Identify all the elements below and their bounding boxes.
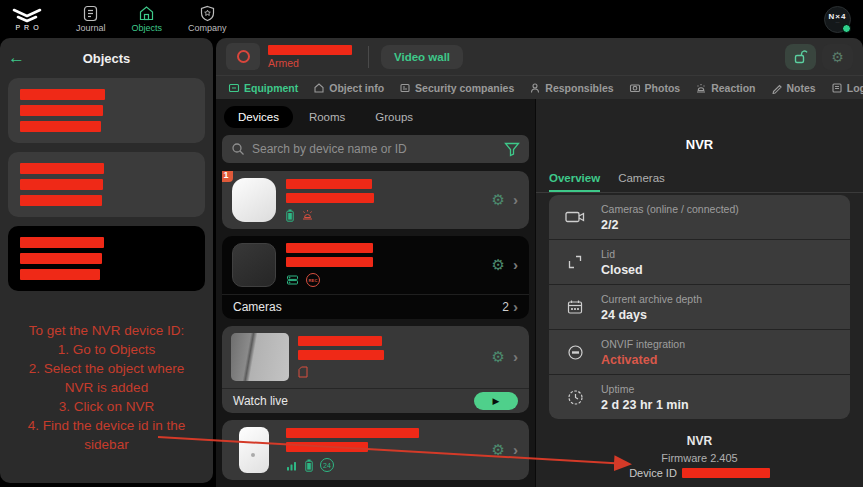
- sensor-settings-icon[interactable]: ⚙: [492, 441, 505, 459]
- sensor-row: 24 ⚙ ›: [222, 420, 529, 480]
- nav-journal[interactable]: Journal: [76, 5, 106, 33]
- ajax-pro-logo: PRO: [4, 8, 50, 31]
- top-bar: PRO Journal Objects: [0, 0, 863, 38]
- filter-icon[interactable]: [504, 142, 520, 157]
- clock-icon: [564, 389, 586, 406]
- device-card-camera[interactable]: ⚙ › Watch live ▶: [222, 326, 529, 413]
- unlock-button[interactable]: [785, 44, 816, 70]
- device-card-motion-sensor[interactable]: 24 ⚙ ›: [222, 420, 529, 480]
- journal-icon: [82, 5, 99, 22]
- tab-object-info-label: Object info: [329, 82, 384, 94]
- nvr-footer-name: NVR: [536, 434, 863, 448]
- battery-icon: [286, 209, 294, 222]
- chevron-right-icon[interactable]: ›: [513, 260, 518, 270]
- camera-row: ⚙ ›: [222, 326, 529, 388]
- watch-live-row[interactable]: Watch live ▶: [222, 388, 529, 413]
- tab-log-label: Log: [847, 82, 863, 94]
- redacted-sensor-room: [286, 442, 368, 452]
- nav-objects-label: Objects: [132, 23, 163, 33]
- cameras-row-label: Cameras: [233, 300, 502, 314]
- photos-icon: [629, 82, 641, 94]
- security-companies-icon: [399, 82, 411, 94]
- responsibles-icon: [529, 82, 541, 94]
- search-input[interactable]: [252, 142, 504, 156]
- subtab-devices[interactable]: Devices: [224, 106, 293, 128]
- online-status-dot: [842, 24, 851, 33]
- device-list-column: Devices Rooms Groups 1: [216, 99, 535, 487]
- object-list-item-selected[interactable]: [8, 226, 205, 291]
- equipment-tabbar: Equipment Object info Security companies…: [216, 75, 863, 99]
- redacted-object-id: [20, 89, 105, 100]
- play-button[interactable]: ▶: [474, 392, 518, 410]
- nvr-firmware: Firmware 2.405: [536, 452, 863, 464]
- device-card-nvr[interactable]: REC ⚙ › Cameras 2 ›: [222, 236, 529, 319]
- hub-settings-icon[interactable]: ⚙: [492, 191, 505, 209]
- redacted-camera-room: [298, 350, 384, 360]
- tab-reaction[interactable]: Reaction: [695, 82, 755, 94]
- device-cards: 1 ⚙: [222, 171, 529, 487]
- subtab-rooms[interactable]: Rooms: [295, 106, 359, 128]
- tab-notes-label: Notes: [787, 82, 816, 94]
- sidebar-title: Objects: [34, 51, 179, 66]
- object-name-block: Armed: [268, 45, 352, 69]
- device-card-hub[interactable]: 1 ⚙: [222, 171, 529, 229]
- annotation-line: 1. Go to Objects: [8, 340, 205, 359]
- main-panel: Armed Video wall ⚙: [216, 38, 863, 487]
- nvr-settings-icon[interactable]: ⚙: [492, 256, 505, 274]
- nvr-detail-panel: NVR Overview Cameras Cameras (online / c…: [535, 99, 863, 487]
- nvr-status-icons: REC: [286, 273, 492, 287]
- nav-objects[interactable]: Objects: [132, 5, 163, 33]
- object-list-item[interactable]: [8, 152, 205, 217]
- tab-notes[interactable]: Notes: [771, 82, 816, 94]
- objects-icon: [138, 5, 155, 22]
- gear-icon: ⚙: [831, 49, 844, 65]
- header-divider: [368, 46, 369, 68]
- back-arrow-icon[interactable]: ←: [8, 48, 34, 68]
- hub-image: [231, 178, 277, 222]
- row-label: Uptime: [601, 383, 689, 395]
- device-subtabs: Devices Rooms Groups: [224, 106, 529, 128]
- redacted-camera-name: [298, 336, 382, 346]
- annotation-line: NVR is added: [8, 378, 205, 397]
- avatar-subtext: ····: [836, 21, 840, 25]
- search-icon: [231, 142, 245, 156]
- nvr-tab-overview[interactable]: Overview: [549, 172, 600, 192]
- tab-security-companies-label: Security companies: [415, 82, 514, 94]
- nvr-row: REC ⚙ ›: [222, 236, 529, 294]
- row-label: ONVIF integration: [601, 338, 685, 350]
- row-label: Lid: [601, 248, 643, 260]
- chevron-right-icon[interactable]: ›: [513, 352, 518, 362]
- armed-state-icon: [226, 43, 260, 70]
- tab-responsibles[interactable]: Responsibles: [529, 82, 613, 94]
- nav-company[interactable]: Company: [188, 5, 227, 33]
- tab-photos[interactable]: Photos: [629, 82, 681, 94]
- annotation-line: 4. Find the device id in the: [8, 416, 205, 435]
- armed-status-label: Armed: [268, 57, 352, 69]
- header-settings-button[interactable]: ⚙: [822, 44, 853, 70]
- tab-log[interactable]: Log: [831, 82, 863, 94]
- camera-info: [298, 336, 492, 378]
- nvr-tab-cameras[interactable]: Cameras: [618, 172, 665, 192]
- nvr-cameras-row[interactable]: Cameras 2 ›: [222, 294, 529, 319]
- app-window: PRO Journal Objects: [0, 0, 863, 487]
- redacted-device-id: [682, 468, 770, 478]
- redacted-object-name: [20, 253, 102, 264]
- object-header: Armed Video wall ⚙: [216, 38, 863, 75]
- subtab-groups[interactable]: Groups: [361, 106, 427, 128]
- row-value: Closed: [601, 263, 643, 277]
- video-wall-button[interactable]: Video wall: [381, 45, 463, 69]
- tab-security-companies[interactable]: Security companies: [399, 82, 514, 94]
- user-avatar[interactable]: N×4 ····: [824, 6, 851, 33]
- redacted-object-name: [20, 179, 103, 190]
- chevron-right-icon[interactable]: ›: [513, 445, 518, 455]
- camera-settings-icon[interactable]: ⚙: [492, 348, 505, 366]
- annotation-line: 2. Select the object where: [8, 359, 205, 378]
- camera-actions: ⚙ ›: [492, 348, 518, 366]
- chevron-right-icon: ›: [513, 302, 518, 312]
- sensor-image: [231, 427, 277, 473]
- tab-object-info[interactable]: Object info: [313, 82, 384, 94]
- hub-info: [286, 179, 492, 222]
- chevron-right-icon[interactable]: ›: [513, 195, 518, 205]
- tab-equipment[interactable]: Equipment: [228, 82, 298, 94]
- object-list-item[interactable]: [8, 78, 205, 143]
